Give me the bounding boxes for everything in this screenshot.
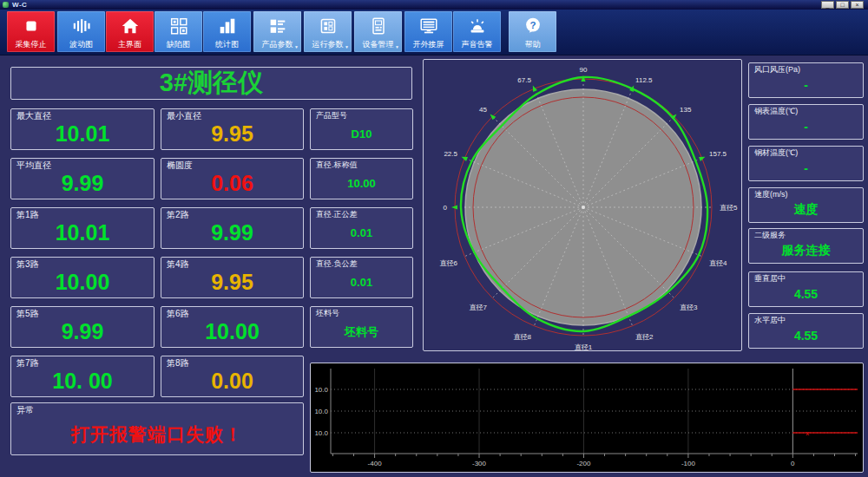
toolbar-button-label: 开外接屏 (404, 41, 452, 49)
cell-value: 10.00 (163, 318, 301, 345)
svg-text:-100: -100 (681, 460, 696, 467)
close-button[interactable]: × (851, 1, 864, 9)
svg-text:-200: -200 (576, 460, 591, 467)
cell-value: - (751, 75, 861, 95)
defect-map-icon (155, 16, 202, 36)
cell-label: 直径.正公差 (316, 211, 358, 219)
minimize-button[interactable]: _ (821, 1, 834, 9)
cell-billet-number: 坯料号坯料号 (310, 306, 413, 348)
svg-text:?: ? (529, 20, 536, 30)
cell-label: 速度(m/s) (754, 191, 788, 199)
svg-text:67.5: 67.5 (517, 76, 531, 84)
cell-value: 服务连接 (751, 240, 861, 261)
cell-label: 二级服务 (754, 232, 786, 239)
window-title: W-C (12, 1, 27, 9)
cell-value: - (751, 158, 861, 179)
svg-text:10.0: 10.0 (314, 386, 328, 394)
toolbar-button-sound-alarm[interactable]: 声音告警 (453, 11, 501, 52)
chevron-down-icon: ▼ (294, 45, 299, 49)
home-icon (106, 16, 154, 36)
cell-value: 9.95 (163, 121, 301, 147)
external-screen-icon (404, 16, 452, 36)
cell-l2-service: 二级服务服务连接 (748, 228, 864, 264)
application-window: W-C _ □ × 采集停止波动图主界面缺陷图统计图产品参数▼运行参数▼设备管理… (0, 0, 868, 477)
cell-label: 风口风压(Pa) (754, 66, 800, 74)
cell-minus-tolerance: 直径.负公差0.01 (310, 257, 413, 298)
diameter-trend-chart: 10.010.010.0-400-300-200-1000x (311, 363, 863, 472)
waveform-icon (57, 16, 105, 36)
cell-label: 钢表温度(℃) (754, 108, 798, 115)
cell-value: 9.99 (13, 170, 152, 197)
toolbar-button-defect-chart[interactable]: 缺陷图 (155, 11, 202, 52)
toolbar-button-run-params[interactable]: 运行参数▼ (304, 11, 352, 52)
cell-value: - (751, 116, 861, 137)
cell-avg-diameter: 平均直径9.99 (10, 158, 155, 199)
toolbar-button-wave-chart[interactable]: 波动图 (57, 11, 105, 52)
window-controls: _ □ × (821, 1, 864, 9)
cell-value: 10. 00 (13, 368, 152, 395)
toolbar-button-label: 缺陷图 (155, 41, 202, 49)
cell-material-temperature: 钢材温度(℃)- (748, 146, 864, 181)
toolbar-button-label: 波动图 (57, 41, 105, 49)
cell-nominal-diameter: 直径.标称值10.00 (310, 158, 413, 199)
svg-text:直径5: 直径5 (720, 204, 738, 212)
cell-value: 9.99 (13, 318, 152, 345)
svg-text:0: 0 (444, 204, 448, 212)
cell-vertical-center: 垂直居中4.55 (748, 271, 864, 307)
product-params-icon (253, 16, 301, 36)
cell-label: 第3路 (16, 260, 39, 269)
cell-value: 10.00 (312, 170, 411, 197)
cell-value: D10 (312, 121, 411, 147)
alarm-panel: 异常 打开报警端口失败！ (10, 402, 304, 455)
cell-path-4: 第4路9.95 (161, 257, 304, 298)
svg-text:10.0: 10.0 (314, 408, 328, 415)
maximize-button[interactable]: □ (836, 1, 849, 9)
cell-value: 0.06 (163, 170, 301, 197)
cell-ovality: 椭圆度0.06 (161, 158, 304, 199)
cell-label: 第6路 (167, 310, 189, 318)
chevron-down-icon: ▼ (395, 45, 399, 49)
help-icon: ? (509, 16, 556, 36)
svg-text:直径4: 直径4 (709, 259, 727, 267)
chevron-down-icon: ▼ (345, 45, 349, 49)
cell-value: 速度 (751, 199, 861, 220)
toolbar-button-device-manage[interactable]: 设备管理▼ (354, 11, 402, 52)
cell-value: 9.99 (163, 219, 301, 246)
polar-chart-panel: 022.54567.590112.5135157.5直径5直径4直径3直径2直径… (423, 59, 742, 351)
toolbar-button-stats-chart[interactable]: 统计图 (203, 11, 251, 52)
toolbar-button-help[interactable]: ?帮助 (509, 11, 556, 52)
trend-chart-panel: 10.010.010.0-400-300-200-1000x (310, 363, 864, 473)
cell-label: 直径.标称值 (316, 161, 358, 169)
svg-text:直径3: 直径3 (680, 304, 698, 311)
svg-text:10.0: 10.0 (314, 429, 328, 437)
cell-label: 产品型号 (316, 112, 347, 120)
toolbar: 采集停止波动图主界面缺陷图统计图产品参数▼运行参数▼设备管理▼开外接屏声音告警?… (0, 10, 868, 56)
svg-text:135: 135 (680, 106, 692, 114)
svg-text:直径1: 直径1 (575, 343, 593, 350)
cell-path-8: 第8路0.00 (161, 356, 304, 397)
alarm-message: 打开报警端口失败！ (11, 414, 303, 454)
cell-label: 钢材温度(℃) (754, 149, 798, 157)
cell-value: 9.95 (163, 269, 301, 296)
cell-plus-tolerance: 直径.正公差0.01 (310, 207, 413, 249)
toolbar-button-product-params[interactable]: 产品参数▼ (253, 11, 301, 52)
toolbar-button-collect-stop[interactable]: 采集停止 (7, 11, 55, 52)
toolbar-button-external-screen[interactable]: 开外接屏 (404, 11, 452, 52)
barchart-icon (203, 16, 251, 36)
toolbar-button-label: 统计图 (203, 41, 251, 49)
alarm-icon (453, 16, 501, 36)
cell-label: 第5路 (16, 310, 39, 318)
cell-path-2: 第2路9.99 (161, 207, 304, 249)
cell-value: 0.01 (312, 219, 411, 246)
svg-text:0: 0 (791, 460, 795, 467)
svg-text:-400: -400 (368, 460, 383, 467)
cell-label: 平均直径 (16, 161, 51, 170)
svg-text:直径6: 直径6 (440, 259, 458, 267)
svg-text:直径2: 直径2 (635, 333, 654, 341)
cell-path-5: 第5路9.99 (10, 306, 155, 348)
toolbar-button-label: 帮助 (509, 41, 556, 49)
cell-label: 最小直径 (167, 112, 201, 121)
cell-label: 第4路 (167, 260, 189, 269)
toolbar-button-main-screen[interactable]: 主界面 (106, 11, 154, 52)
svg-text:157.5: 157.5 (709, 150, 727, 158)
